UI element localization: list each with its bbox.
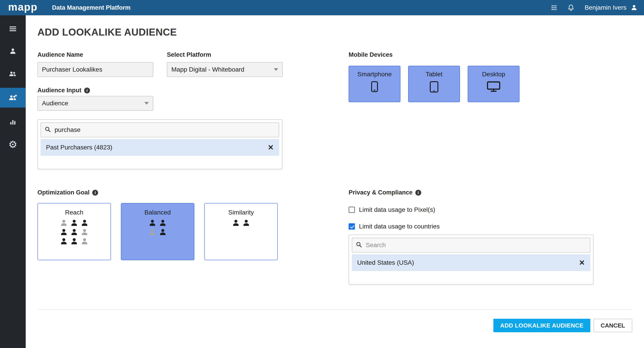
selected-audience-item[interactable]: Past Purchasers (4823) — [40, 139, 279, 156]
topbar: mapp Data Management Platform Benjamin I… — [0, 0, 644, 15]
device-button-desktop[interactable]: Desktop — [468, 66, 520, 102]
person-icon — [242, 219, 250, 227]
countries-search-input[interactable] — [365, 241, 586, 249]
selected-audience-label: Past Purchasers (4823) — [46, 144, 112, 151]
person-icon — [80, 228, 89, 236]
person-icon — [232, 219, 240, 227]
gear-glyph: ⚙ — [8, 140, 17, 150]
person-icon — [158, 228, 167, 236]
person-icon — [80, 237, 89, 245]
checkbox-label: Limit data usage to Pixel(s) — [359, 206, 435, 213]
topbar-right: Benjamin Ivers — [551, 4, 638, 11]
info-icon[interactable] — [415, 190, 421, 196]
person-row — [60, 228, 89, 236]
person-icon[interactable] — [0, 43, 26, 60]
platform-select-value: Mapp Digital - Whiteboard — [171, 66, 244, 73]
mobile-devices-label: Mobile Devices — [348, 51, 392, 58]
info-icon[interactable] — [84, 88, 90, 93]
menu-icon[interactable] — [0, 20, 26, 37]
person-icon — [70, 219, 78, 227]
goal-card-label: Reach — [65, 209, 84, 216]
device-label-desktop: Desktop — [482, 71, 505, 78]
person-icon — [148, 228, 157, 236]
person-icon — [148, 219, 157, 227]
audience-name-input[interactable] — [38, 62, 153, 77]
optimization-goal-label: Optimization Goal — [38, 189, 98, 196]
sidebar: ⚙ — [0, 15, 26, 348]
gear-icon[interactable]: ⚙ — [0, 136, 26, 153]
checkbox-limit-pixels[interactable]: Limit data usage to Pixel(s) — [348, 206, 435, 213]
device-label-tablet: Tablet — [426, 71, 443, 78]
countries-picker-panel: United States (USA) — [348, 235, 594, 285]
platform-select[interactable]: Mapp Digital - Whiteboard — [167, 62, 283, 77]
app-root: mapp Data Management Platform Benjamin I… — [0, 0, 644, 348]
countries-searchbox — [352, 238, 590, 253]
checkbox-label: Limit data usage to countries — [359, 223, 440, 230]
person-row — [148, 219, 167, 227]
audience-input-label-text: Audience Input — [38, 87, 82, 94]
page-title: ADD LOOKALIKE AUDIENCE — [38, 26, 177, 38]
optimization-goal-label-text: Optimization Goal — [38, 189, 90, 196]
mapp-logo: mapp — [8, 2, 38, 12]
footer-divider — [38, 309, 632, 310]
audience-searchbox — [40, 123, 279, 137]
person-row — [60, 219, 89, 227]
person-icon — [70, 237, 78, 245]
audience-name-label: Audience Name — [38, 51, 83, 58]
person-row — [232, 219, 250, 227]
checkbox-icon[interactable] — [348, 207, 355, 213]
person-row — [148, 228, 167, 236]
goal-card-reach[interactable]: Reach — [38, 203, 111, 260]
device-button-tablet[interactable]: Tablet — [408, 66, 460, 102]
main-content: ADD LOOKALIKE AUDIENCE Audience Name Sel… — [26, 15, 644, 348]
desktop-icon — [487, 81, 500, 92]
info-icon[interactable] — [92, 190, 98, 196]
goal-card-label: Similarity — [228, 209, 254, 216]
audience-picker-panel: Past Purchasers (4823) — [38, 119, 282, 169]
audiences-icon[interactable] — [0, 88, 26, 108]
platform-label-text: Select Platform — [167, 51, 211, 58]
privacy-compliance-label: Privacy & Compliance — [348, 189, 421, 196]
mobile-devices-label-text: Mobile Devices — [348, 51, 392, 58]
audience-input-label: Audience Input — [38, 87, 90, 94]
platform-label: Select Platform — [167, 51, 211, 58]
cancel-button[interactable]: CANCEL — [594, 319, 632, 332]
selected-country-item[interactable]: United States (USA) — [352, 254, 590, 271]
person-icon — [70, 228, 78, 236]
app-title: Data Management Platform — [52, 4, 130, 11]
checkbox-limit-countries[interactable]: Limit data usage to countries — [348, 223, 440, 230]
user-name[interactable]: Benjamin Ivers — [585, 4, 626, 11]
user-menu[interactable]: Benjamin Ivers — [585, 4, 638, 11]
people-icons — [60, 219, 89, 245]
goal-card-balanced[interactable]: Balanced — [121, 203, 194, 260]
audience-input-select-value: Audience — [42, 100, 68, 107]
audience-input-select[interactable]: Audience — [38, 96, 153, 111]
person-row — [60, 237, 89, 245]
footer-actions: ADD LOOKALIKE AUDIENCE CANCEL — [38, 319, 632, 332]
people-icons — [148, 219, 167, 236]
search-icon — [356, 242, 362, 249]
apps-grid-icon[interactable] — [551, 4, 557, 11]
device-label-smartphone: Smartphone — [358, 71, 392, 78]
people-icon[interactable] — [0, 65, 26, 82]
device-button-smartphone[interactable]: Smartphone — [348, 66, 400, 102]
bell-icon[interactable] — [568, 4, 574, 11]
search-icon — [45, 126, 51, 134]
person-icon — [60, 228, 68, 236]
goal-card-label: Balanced — [144, 209, 171, 216]
user-avatar-icon[interactable] — [630, 4, 638, 11]
person-icon — [60, 219, 68, 227]
privacy-compliance-label-text: Privacy & Compliance — [348, 189, 413, 196]
remove-country-icon[interactable] — [579, 259, 585, 266]
goal-card-similarity[interactable]: Similarity — [204, 203, 278, 260]
bar-chart-icon[interactable] — [0, 113, 26, 131]
checkbox-icon[interactable] — [348, 223, 355, 230]
selected-country-label: United States (USA) — [357, 259, 414, 266]
chevron-down-icon — [274, 68, 278, 71]
people-icons — [232, 219, 250, 227]
audience-search-input[interactable] — [54, 126, 275, 134]
tablet-icon — [430, 81, 438, 93]
audience-name-label-text: Audience Name — [38, 51, 83, 58]
add-lookalike-audience-button[interactable]: ADD LOOKALIKE AUDIENCE — [493, 319, 590, 332]
remove-audience-icon[interactable] — [268, 144, 274, 151]
